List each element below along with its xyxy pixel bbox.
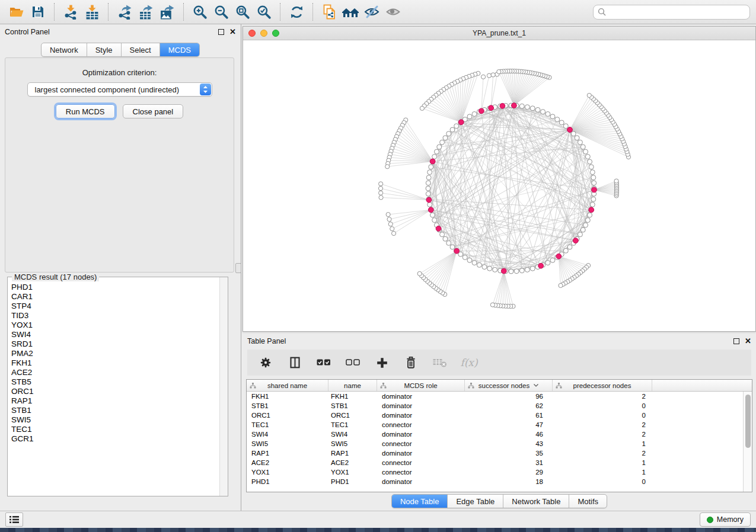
table-cell[interactable]: 2 bbox=[553, 392, 652, 401]
table-cell[interactable]: ORC1 bbox=[247, 411, 328, 420]
tab-network-table[interactable]: Network Table bbox=[503, 495, 569, 508]
table-cell[interactable]: STB1 bbox=[328, 401, 377, 411]
table-cell[interactable]: dominator bbox=[377, 401, 465, 411]
table-row[interactable]: TEC1TEC1connector472 bbox=[247, 420, 743, 430]
table-row[interactable]: YOX1YOX1connector291 bbox=[247, 467, 743, 477]
show-all-button[interactable] bbox=[382, 2, 404, 22]
table-cell[interactable]: FKH1 bbox=[247, 392, 328, 401]
column-header-shared-name[interactable]: shared name bbox=[247, 380, 328, 391]
table-cell[interactable]: 0 bbox=[553, 411, 652, 420]
table-cell[interactable]: connector bbox=[377, 467, 465, 477]
table-cell[interactable]: TEC1 bbox=[247, 420, 328, 430]
result-node-item[interactable]: CAR1 bbox=[11, 292, 216, 302]
table-cell[interactable]: connector bbox=[377, 439, 465, 448]
import-network-button[interactable] bbox=[60, 2, 81, 22]
import-table-button[interactable] bbox=[81, 2, 103, 22]
close-panel-icon[interactable]: ✕ bbox=[229, 29, 236, 35]
column-header-successor-nodes[interactable]: successor nodes bbox=[465, 380, 553, 391]
table-cell[interactable]: 1 bbox=[553, 439, 652, 448]
table-cell[interactable]: 0 bbox=[553, 477, 652, 486]
table-cell[interactable]: TEC1 bbox=[328, 420, 377, 430]
table-row[interactable]: ORC1ORC1dominator610 bbox=[247, 411, 743, 420]
zoom-fit-button[interactable] bbox=[232, 2, 253, 22]
table-cell[interactable]: ACE2 bbox=[247, 458, 328, 467]
result-node-item[interactable]: PMA2 bbox=[11, 349, 216, 358]
result-node-item[interactable]: ACE2 bbox=[11, 368, 216, 377]
table-cell[interactable]: SWI5 bbox=[328, 439, 377, 448]
select-all-columns-button[interactable] bbox=[316, 355, 331, 370]
column-header-MCDS-role[interactable]: MCDS role bbox=[377, 380, 465, 391]
table-row[interactable]: SWI5SWI5connector431 bbox=[247, 439, 743, 448]
open-file-button[interactable] bbox=[6, 2, 27, 22]
table-cell[interactable]: 96 bbox=[465, 392, 553, 401]
result-node-item[interactable]: ORC1 bbox=[11, 387, 216, 396]
table-cell[interactable]: ORC1 bbox=[328, 411, 377, 420]
table-cell[interactable]: RAP1 bbox=[247, 448, 328, 458]
zoom-in-button[interactable] bbox=[189, 2, 210, 22]
save-session-button[interactable] bbox=[27, 2, 49, 22]
column-header-predecessor-nodes[interactable]: predecessor nodes bbox=[553, 380, 652, 391]
table-cell[interactable]: dominator bbox=[377, 430, 465, 439]
table-row[interactable]: FKH1FKH1dominator962 bbox=[247, 392, 743, 401]
zoom-out-button[interactable] bbox=[210, 2, 232, 22]
first-neighbors-button[interactable] bbox=[340, 2, 361, 22]
zoom-selected-button[interactable] bbox=[253, 2, 275, 22]
float-panel-icon[interactable] bbox=[218, 29, 224, 35]
table-cell[interactable]: PHD1 bbox=[328, 477, 377, 486]
close-panel-button[interactable]: Close panel bbox=[123, 104, 184, 118]
table-scrollbar-thumb[interactable] bbox=[745, 395, 751, 448]
add-column-button[interactable] bbox=[374, 355, 390, 370]
column-header-name[interactable]: name bbox=[328, 380, 377, 391]
close-panel-icon[interactable]: ✕ bbox=[745, 338, 751, 344]
table-cell[interactable]: 0 bbox=[553, 401, 652, 411]
table-cell[interactable]: dominator bbox=[377, 448, 465, 458]
table-cell[interactable]: connector bbox=[377, 420, 465, 430]
result-node-item[interactable]: RAP1 bbox=[11, 396, 216, 406]
show-task-history-button[interactable] bbox=[5, 512, 23, 527]
export-table-button[interactable] bbox=[135, 2, 157, 22]
tab-node-table[interactable]: Node Table bbox=[392, 495, 448, 508]
unselect-all-columns-button[interactable] bbox=[345, 355, 361, 370]
result-node-item[interactable]: TID3 bbox=[11, 311, 216, 321]
table-cell[interactable]: 62 bbox=[465, 401, 553, 411]
table-cell[interactable]: 18 bbox=[465, 477, 553, 486]
table-row[interactable]: STB1STB1dominator620 bbox=[247, 401, 743, 411]
table-cell[interactable]: 2 bbox=[553, 430, 652, 439]
result-node-item[interactable]: TEC1 bbox=[11, 425, 216, 434]
delete-columns-button[interactable] bbox=[403, 355, 419, 370]
table-cell[interactable]: 61 bbox=[465, 411, 553, 420]
table-row[interactable]: RAP1RAP1dominator352 bbox=[247, 448, 743, 458]
table-cell[interactable]: dominator bbox=[377, 392, 465, 401]
table-cell[interactable]: ACE2 bbox=[328, 458, 377, 467]
memory-button[interactable]: Memory bbox=[700, 512, 751, 527]
result-node-item[interactable]: STP4 bbox=[11, 302, 216, 311]
table-row[interactable]: PHD1PHD1dominator180 bbox=[247, 477, 743, 486]
search-field[interactable] bbox=[593, 5, 750, 20]
float-panel-icon[interactable] bbox=[733, 338, 739, 344]
tab-network[interactable]: Network bbox=[42, 43, 87, 56]
search-input[interactable] bbox=[609, 8, 745, 16]
table-cell[interactable]: 31 bbox=[465, 458, 553, 467]
result-node-item[interactable]: GCR1 bbox=[11, 434, 216, 444]
table-cell[interactable]: SWI4 bbox=[328, 430, 377, 439]
table-cell[interactable]: 35 bbox=[465, 448, 553, 458]
result-node-item[interactable]: STB5 bbox=[11, 377, 216, 387]
table-cell[interactable]: connector bbox=[377, 458, 465, 467]
table-cell[interactable]: 1 bbox=[553, 458, 652, 467]
table-cell[interactable]: RAP1 bbox=[328, 448, 377, 458]
run-mcds-button[interactable]: Run MCDS bbox=[56, 104, 115, 118]
tab-motifs[interactable]: Motifs bbox=[569, 495, 607, 508]
export-image-button[interactable] bbox=[157, 2, 178, 22]
table-row[interactable]: SWI4SWI4dominator462 bbox=[247, 430, 743, 439]
clone-network-button[interactable] bbox=[318, 2, 340, 22]
table-cell[interactable]: PHD1 bbox=[247, 477, 328, 486]
result-node-item[interactable]: YOX1 bbox=[11, 321, 216, 330]
table-cell[interactable]: dominator bbox=[377, 477, 465, 486]
refresh-view-button[interactable] bbox=[286, 2, 307, 22]
table-cell[interactable]: 2 bbox=[553, 448, 652, 458]
table-cell[interactable]: 47 bbox=[465, 420, 553, 430]
tab-mcds[interactable]: MCDS bbox=[160, 43, 199, 56]
result-node-item[interactable]: SRD1 bbox=[11, 339, 216, 349]
table-cell[interactable]: SWI4 bbox=[247, 430, 328, 439]
hide-selected-button[interactable] bbox=[361, 2, 382, 22]
